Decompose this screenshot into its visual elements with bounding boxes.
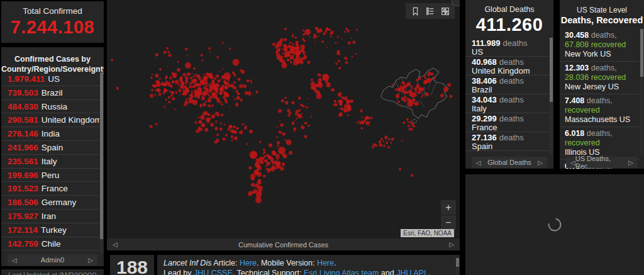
case-bubble	[231, 85, 234, 88]
deaths-label: deaths	[499, 133, 524, 142]
scrollbar-thumb[interactable]	[640, 29, 643, 77]
credit-link[interactable]: JHU APL	[396, 269, 428, 275]
pager-next-icon[interactable]: ▷	[538, 159, 543, 166]
case-bubble	[311, 79, 313, 81]
case-bubble	[251, 183, 255, 187]
deaths-row-france[interactable]: 29.299deathsFrance	[465, 113, 549, 132]
case-bubble	[316, 94, 321, 99]
confirmed-row-uk[interactable]: 290.581United Kingdom	[1, 113, 99, 127]
confirmed-scrollbar[interactable]	[100, 72, 103, 254]
case-bubble	[165, 77, 167, 79]
confirmed-row-russia[interactable]: 484.630Russia	[1, 100, 99, 114]
case-bubble	[219, 87, 223, 91]
case-bubble	[170, 85, 173, 88]
case-bubble	[169, 54, 172, 57]
country-name: Turkey	[41, 225, 67, 235]
credits-scrollbar[interactable]	[456, 257, 459, 275]
confirmed-row-france[interactable]: 191.523France	[1, 182, 99, 196]
case-bubble	[164, 89, 167, 93]
credit-link[interactable]: Here	[240, 259, 257, 267]
deaths-row-italy[interactable]: 34.043deathsItaly	[465, 94, 549, 113]
case-bubble	[425, 93, 429, 96]
case-bubble	[277, 142, 280, 145]
case-bubble	[408, 125, 410, 126]
case-bubble	[308, 125, 311, 127]
map-caption: Cumulative Confirmed Cases	[107, 241, 460, 249]
case-bubble	[267, 170, 270, 172]
confirmed-row-india[interactable]: 276.146India	[1, 127, 99, 141]
state-row-new-york[interactable]: 30.458 deaths, 67.808 recoveredNew York …	[560, 29, 640, 62]
confirmed-row-germany[interactable]: 186.506Germany	[1, 196, 99, 210]
pager-label: US Deaths, Rec…	[575, 155, 629, 169]
pager-next-icon[interactable]: ▷	[88, 257, 93, 264]
case-bubble	[401, 86, 405, 89]
zoom-out-button[interactable]: −	[441, 215, 456, 230]
case-count: 186.506	[8, 198, 38, 207]
countries-count-panel: 188	[110, 255, 154, 275]
case-bubble	[155, 123, 158, 125]
confirmed-row-italy[interactable]: 235.561Italy	[1, 155, 99, 169]
case-bubble	[276, 42, 282, 47]
deaths-row-spain[interactable]: 27.136deathsSpain	[465, 132, 549, 151]
case-bubble	[341, 38, 343, 39]
confirmed-row-spain[interactable]: 241.966Spain	[1, 141, 99, 155]
pager-prev-icon[interactable]: ◁	[570, 159, 575, 166]
case-bubble	[188, 84, 190, 86]
case-bubble	[243, 84, 247, 88]
us-scrollbar[interactable]	[640, 29, 643, 155]
credits-panel: Lancet Inf Dis Article: Here. Mobile Ver…	[157, 255, 460, 275]
confirmed-row-turkey[interactable]: 172.114Turkey	[1, 223, 99, 237]
legend-icon[interactable]	[423, 3, 438, 19]
case-bubble	[399, 168, 401, 171]
pager-prev-icon[interactable]: ◁	[476, 159, 481, 166]
confirmed-cases-header: Confirmed Cases by Country/Region/Sovere…	[1, 47, 104, 74]
scrollbar-thumb[interactable]	[550, 38, 553, 102]
case-bubble	[219, 128, 223, 131]
caption-prev-icon[interactable]: ◁	[113, 241, 118, 248]
scrollbar-thumb[interactable]	[100, 72, 103, 239]
confirmed-header-line1: Confirmed Cases by	[1, 54, 104, 64]
confirmed-row-chile[interactable]: 142.759Chile	[1, 237, 99, 251]
deaths-row-brazil[interactable]: 38.406deathsBrazil	[465, 76, 549, 94]
map-canvas[interactable]	[107, 0, 460, 239]
pager-prev-icon[interactable]: ◁	[12, 257, 17, 264]
us-panel-subtitle: Deaths, Recovered	[560, 15, 644, 25]
basemap-icon[interactable]	[438, 3, 453, 19]
state-deaths: 12.303	[565, 64, 589, 72]
zoom-in-button[interactable]: +	[441, 200, 456, 215]
credit-link[interactable]: Here	[317, 259, 334, 267]
bookmark-icon[interactable]	[408, 3, 423, 19]
deaths-row-us[interactable]: 111.989deathsUS	[465, 38, 549, 57]
state-row-massachusetts[interactable]: 7.408 deaths, recoveredMassachusetts US	[560, 94, 640, 127]
case-bubble	[187, 72, 191, 76]
scrollbar-thumb[interactable]	[456, 258, 459, 267]
confirmed-row-iran[interactable]: 175.927Iran	[1, 210, 99, 223]
case-bubble	[371, 145, 374, 149]
case-bubble	[337, 36, 339, 38]
state-row-new-jersey[interactable]: 12.303 deaths, 28.036 recoveredNew Jerse…	[560, 62, 640, 94]
pager-next-icon[interactable]: ▷	[628, 159, 633, 166]
credit-link[interactable]: Esri Living Atlas team	[304, 269, 379, 275]
country-name: US	[48, 74, 60, 84]
deaths-label: deaths	[499, 95, 524, 104]
case-bubble	[361, 116, 363, 118]
case-bubble	[192, 100, 197, 105]
credit-link[interactable]: JHU CSSE	[194, 269, 233, 275]
case-bubble	[339, 67, 341, 69]
last-updated-text: Last Updated at (M/D/YYYY)	[1, 269, 104, 275]
deaths-row-uk[interactable]: 40.968deathsUnited Kingdom	[465, 57, 549, 76]
case-bubble	[205, 101, 207, 103]
confirmed-row-brazil[interactable]: 739.503Brazil	[1, 86, 99, 100]
country-name: Italy	[42, 157, 57, 166]
case-bubble	[191, 85, 194, 87]
case-bubble	[233, 81, 236, 84]
case-bubble	[211, 123, 214, 126]
case-bubble	[263, 175, 266, 178]
global-scrollbar[interactable]	[550, 38, 553, 155]
confirmed-row-peru[interactable]: 199.696Peru	[1, 169, 99, 182]
case-bubble	[208, 117, 209, 119]
confirmed-row-us[interactable]: 1.979.411US	[1, 72, 99, 86]
caption-next-icon[interactable]: ▷	[449, 241, 454, 248]
case-bubble	[182, 73, 186, 77]
case-bubble	[175, 84, 177, 85]
